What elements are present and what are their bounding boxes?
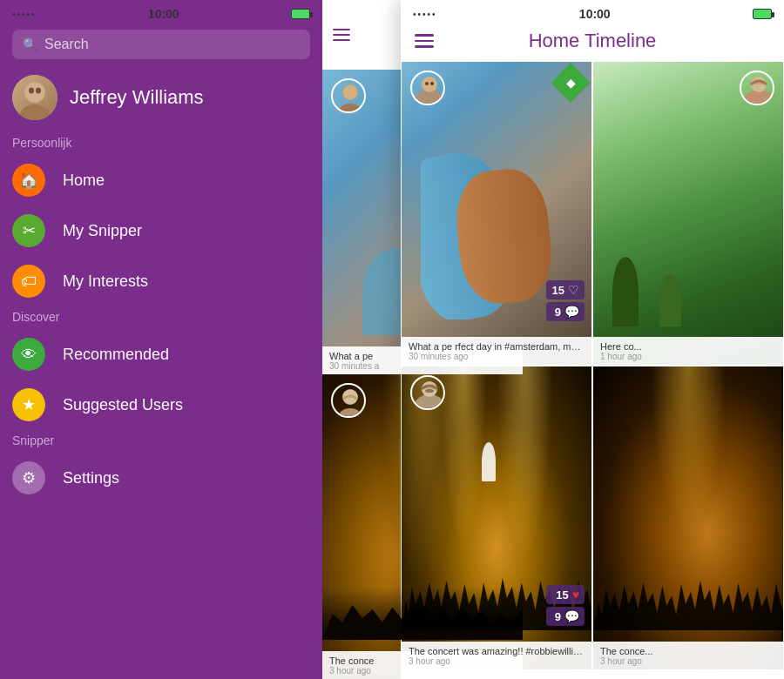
nav-item-my-interests[interactable]: 🏷 My Interests bbox=[0, 256, 322, 306]
user-profile: Jeffrey Williams bbox=[0, 68, 322, 132]
interests-icon-bg: 🏷 bbox=[12, 265, 45, 298]
back-hamburger-icon[interactable] bbox=[333, 29, 350, 41]
likes-stat: 15 ♡ bbox=[546, 280, 585, 299]
card1-avatar bbox=[410, 71, 445, 105]
card3-stats: 15 ♥ 9 💬 bbox=[546, 585, 585, 626]
card3-caption-time: 3 hour ago bbox=[409, 656, 585, 666]
comment-icon-3: 💬 bbox=[564, 609, 579, 623]
recommended-icon-bg: 👁 bbox=[12, 338, 45, 371]
hamburger-line-3 bbox=[415, 45, 434, 48]
avatar bbox=[12, 75, 57, 120]
avatar-image bbox=[12, 75, 57, 120]
svg-point-12 bbox=[422, 77, 437, 92]
right-phone-area: What a pe 30 minutes a bbox=[322, 0, 784, 679]
comments-count-3: 9 bbox=[555, 610, 561, 623]
heart-filled-icon: ♥ bbox=[572, 588, 579, 602]
svg-point-4 bbox=[36, 88, 41, 94]
eye-icon: 👁 bbox=[21, 346, 37, 364]
back-card-top-avatar bbox=[331, 78, 366, 113]
card2-caption: Here co... 1 hour ago bbox=[593, 337, 783, 365]
card1-caption-time: 30 minutes ago bbox=[409, 352, 585, 361]
nav-item-settings[interactable]: ⚙ Settings bbox=[0, 453, 322, 503]
svg-point-9 bbox=[338, 408, 362, 418]
svg-point-14 bbox=[430, 82, 434, 85]
nav-label-my-snipper: My Snipper bbox=[63, 222, 142, 240]
nav-label-home: Home bbox=[63, 171, 105, 190]
hamburger-line-1 bbox=[415, 34, 434, 37]
feed-card-concert2[interactable]: The conce... 3 hour ago bbox=[592, 366, 784, 670]
card4-caption-time: 3 hour ago bbox=[600, 656, 776, 666]
nav-item-recommended[interactable]: 👁 Recommended bbox=[0, 329, 322, 380]
nav-item-home[interactable]: 🏠 Home bbox=[0, 155, 322, 205]
section-snipper: Snipper bbox=[0, 430, 322, 453]
card1-caption: What a pe rfect day in #amsterdam, maybe… bbox=[402, 337, 591, 365]
signal-dots-left: ••••• bbox=[12, 10, 37, 19]
nav-item-my-snipper[interactable]: ✂ My Snipper bbox=[0, 205, 322, 256]
home-icon: 🏠 bbox=[19, 171, 38, 190]
card3-avatar bbox=[410, 375, 445, 410]
hamburger-button[interactable] bbox=[415, 34, 434, 48]
likes-count-3: 15 bbox=[556, 588, 568, 602]
comments-stat-3: 9 💬 bbox=[546, 607, 585, 626]
scissors-icon: ✂ bbox=[23, 221, 36, 240]
nav-item-suggested-users[interactable]: ★ Suggested Users bbox=[0, 380, 322, 430]
concert2-image: The conce... 3 hour ago bbox=[593, 366, 783, 669]
search-placeholder: Search bbox=[44, 37, 89, 52]
card1-stats: 15 ♡ 9 💬 bbox=[546, 280, 585, 321]
home-icon-bg: 🏠 bbox=[12, 164, 45, 197]
svg-point-13 bbox=[425, 82, 429, 85]
section-discover: Discover bbox=[0, 306, 322, 329]
hamburger-line-2 bbox=[333, 34, 350, 36]
app-header: Home Timeline bbox=[401, 24, 784, 61]
spotlight2 bbox=[497, 366, 553, 563]
card2-caption-text: Here co... bbox=[600, 341, 776, 352]
svg-point-2 bbox=[25, 83, 44, 102]
feed-card-nature[interactable]: Here co... 1 hour ago bbox=[592, 61, 784, 366]
comment-icon: 💬 bbox=[564, 305, 579, 319]
nav-label-suggested-users: Suggested Users bbox=[63, 396, 183, 414]
svg-point-1 bbox=[19, 104, 51, 120]
battery-right bbox=[753, 9, 772, 19]
app-title: Home Timeline bbox=[529, 30, 657, 52]
likes-stat-3: 15 ♥ bbox=[546, 585, 585, 604]
concert2-hands bbox=[593, 569, 783, 630]
tree2 bbox=[659, 274, 681, 326]
back-card-bottom-avatar bbox=[331, 383, 366, 418]
tag-icon: 🏷 bbox=[21, 272, 37, 291]
card1-caption-text: What a pe rfect day in #amsterdam, maybe… bbox=[409, 341, 585, 352]
star-icon: ★ bbox=[22, 395, 36, 414]
diamond-badge: ◆ bbox=[551, 63, 590, 102]
comments-stat: 9 💬 bbox=[546, 302, 585, 321]
snipper-icon-bg: ✂ bbox=[12, 214, 45, 247]
svg-point-7 bbox=[343, 85, 357, 99]
tree1 bbox=[612, 257, 639, 326]
time-right: 10:00 bbox=[579, 7, 611, 21]
likes-count: 15 bbox=[552, 284, 564, 297]
hamburger-line-2 bbox=[415, 40, 434, 43]
status-bar-right: ••••• 10:00 bbox=[401, 0, 784, 24]
nav-label-settings: Settings bbox=[63, 469, 119, 487]
search-icon: 🔍 bbox=[23, 37, 37, 51]
heart-icon: ♡ bbox=[568, 283, 579, 297]
card2-caption-time: 1 hour ago bbox=[600, 352, 776, 361]
card4-caption-text: The conce... bbox=[600, 646, 776, 656]
battery-left bbox=[291, 9, 310, 19]
card4-caption: The conce... 3 hour ago bbox=[593, 642, 783, 669]
signal-dots-right: ••••• bbox=[413, 10, 437, 19]
search-bar[interactable]: 🔍 Search bbox=[12, 30, 310, 59]
nav-label-my-interests: My Interests bbox=[63, 272, 148, 291]
nav-label-recommended: Recommended bbox=[63, 346, 169, 364]
card3-caption-text: The concert was amazing!! #robbiewilliam… bbox=[409, 646, 585, 656]
status-bar-left: ••••• 10:00 bbox=[0, 0, 322, 24]
card2-avatar bbox=[740, 71, 774, 105]
couple-image: ◆ 15 ♡ 9 💬 Wh bbox=[402, 62, 591, 365]
svg-point-19 bbox=[425, 389, 434, 393]
card3-caption: The concert was amazing!! #robbiewilliam… bbox=[402, 642, 591, 669]
diamond-icon: ◆ bbox=[566, 76, 576, 90]
svg-point-3 bbox=[29, 88, 34, 94]
gear-icon: ⚙ bbox=[22, 468, 36, 487]
feed-card-couple[interactable]: ◆ 15 ♡ 9 💬 Wh bbox=[401, 61, 592, 366]
time-left: 10:00 bbox=[148, 7, 179, 21]
concert2-spotlight bbox=[650, 366, 726, 533]
nature-image: Here co... 1 hour ago bbox=[593, 62, 783, 365]
